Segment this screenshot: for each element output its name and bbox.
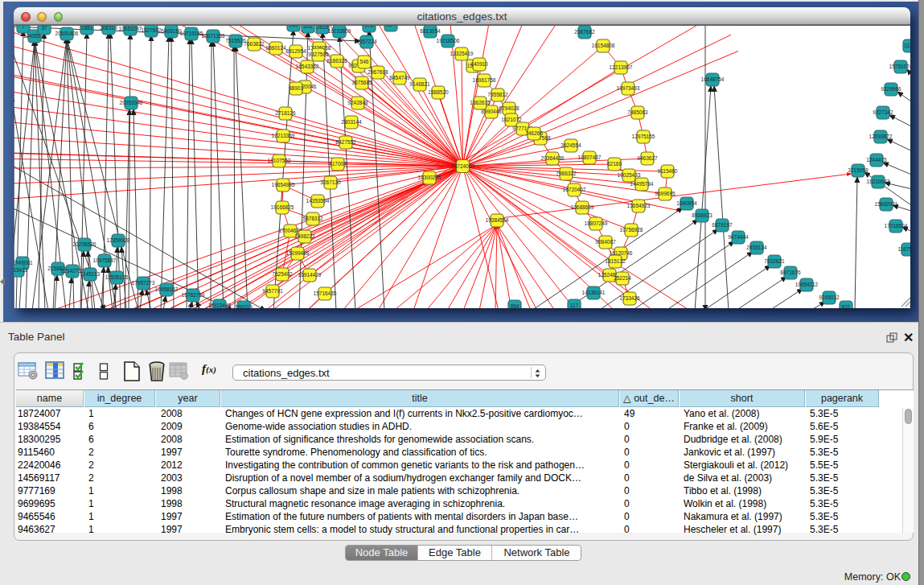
svg-text:2087682: 2087682 [574,29,595,35]
svg-text:7955812: 7955812 [487,92,508,97]
svg-text:2967608: 2967608 [368,69,388,75]
svg-text:1881: 1881 [81,26,93,31]
svg-text:13325419: 13325419 [450,51,474,56]
svg-text:16210643: 16210643 [867,179,890,184]
svg-text:9327505: 9327505 [308,51,329,57]
svg-text:831: 831 [842,304,851,308]
svg-text:1498222: 1498222 [294,233,315,239]
svg-text:1815132: 1815132 [605,258,626,264]
svg-text:7663822: 7663822 [244,41,265,47]
svg-text:201: 201 [304,26,313,29]
svg-text:546: 546 [360,59,369,64]
svg-text:16914479: 16914479 [298,272,322,278]
svg-text:8938923: 8938923 [692,212,713,218]
svg-text:7625402: 7625402 [272,271,293,277]
svg-text:10025433: 10025433 [618,172,641,178]
svg-text:10653287: 10653287 [119,26,142,31]
svg-text:12213967: 12213967 [610,64,633,70]
svg-text:20206526: 20206526 [73,241,97,247]
svg-text:7485063: 7485063 [627,109,648,115]
svg-text:16782759: 16782759 [182,292,205,298]
svg-text:8186328: 8186328 [326,58,347,64]
svg-text:8427552: 8427552 [335,139,356,145]
svg-text:3267130: 3267130 [320,179,341,185]
svg-text:140910: 140910 [470,61,488,67]
svg-text:13654923: 13654923 [627,203,651,208]
svg-text:10958167: 10958167 [155,286,179,292]
svg-text:1640954: 1640954 [676,200,697,206]
svg-text:18724007: 18724007 [451,163,474,169]
svg-text:17957273: 17957273 [132,280,155,286]
svg-text:18300295: 18300295 [418,175,441,180]
svg-text:9084067: 9084067 [595,239,616,245]
svg-text:5878312: 5878312 [302,216,323,221]
svg-text:7986322: 7986322 [556,171,577,176]
svg-text:3675685: 3675685 [351,80,372,85]
svg-text:188: 188 [290,26,298,27]
svg-text:9329966: 9329966 [881,86,901,92]
svg-text:20053346: 20053346 [120,100,143,105]
svg-text:1167534: 1167534 [898,246,910,252]
svg-text:10807487: 10807487 [578,154,602,160]
svg-text:14495784: 14495784 [630,181,654,187]
svg-text:10107552: 10107552 [268,158,291,163]
svg-text:14136141: 14136141 [582,290,606,295]
svg-text:1145113: 1145113 [80,271,101,277]
svg-text:117: 117 [570,303,579,308]
svg-text:2935134: 2935134 [746,245,767,250]
svg-text:1733426: 1733426 [619,295,640,301]
svg-text:16961758: 16961758 [473,77,496,83]
svg-text:10973493: 10973493 [617,85,640,91]
svg-text:16033809: 16033809 [328,28,351,34]
svg-text:6466160: 6466160 [161,28,182,34]
svg-text:16154808: 16154808 [592,43,615,48]
svg-text:14353594: 14353594 [306,198,330,204]
svg-text:10688609: 10688609 [571,204,594,210]
svg-text:20364436: 20364436 [541,155,565,161]
svg-text:8912954: 8912954 [285,48,306,54]
svg-text:62160: 62160 [607,161,622,167]
svg-text:15692921: 15692921 [875,201,898,207]
svg-text:3215958: 3215958 [848,167,869,173]
svg-text:10975887: 10975887 [93,257,117,263]
svg-text:3624554: 3624554 [561,142,581,148]
svg-text:978: 978 [365,26,374,28]
svg-text:12359928: 12359928 [107,237,130,243]
svg-text:19218506: 19218506 [437,38,460,43]
svg-text:19384554: 19384554 [486,217,509,223]
svg-text:17016504: 17016504 [885,223,908,229]
svg-text:2619: 2619 [317,26,329,30]
svg-text:16648754: 16648754 [701,76,725,82]
svg-text:8471676: 8471676 [780,270,801,275]
svg-text:9457791: 9457791 [262,288,283,294]
svg-text:9146821: 9146821 [409,81,430,87]
svg-text:15751074: 15751074 [889,64,910,69]
svg-text:9115460: 9115460 [658,168,678,174]
svg-text:954: 954 [511,303,519,308]
svg-text:12975155: 12975155 [632,134,655,139]
svg-text:6794028: 6794028 [499,105,519,111]
svg-text:7357224: 7357224 [356,39,377,44]
svg-text:160219: 160219 [235,304,253,308]
svg-text:252214: 252214 [614,275,631,281]
svg-text:9463627: 9463627 [637,155,658,161]
svg-text:7632621: 7632621 [764,258,785,264]
svg-text:18807249: 18807249 [585,220,608,226]
svg-text:3915412: 3915412 [14,267,28,273]
svg-text:7: 7 [22,26,25,29]
svg-text:1362615: 1362615 [470,100,491,105]
svg-text:746266: 746266 [525,130,543,136]
svg-text:2803144: 2803144 [341,119,362,125]
svg-text:208319: 208319 [100,26,117,31]
svg-text:15099489: 15099489 [286,250,310,256]
svg-text:7515526: 7515526 [225,38,246,43]
svg-text:154: 154 [387,26,396,27]
svg-text:10654112: 10654112 [795,282,819,287]
svg-text:10671355: 10671355 [202,33,225,39]
svg-text:1244415: 1244415 [866,157,887,163]
svg-text:1112: 1112 [904,43,910,48]
svg-text:15720407: 15720407 [563,187,586,192]
svg-text:8454749: 8454749 [389,75,410,80]
svg-text:8813054: 8813054 [420,28,441,34]
svg-text:10719155: 10719155 [180,31,203,36]
